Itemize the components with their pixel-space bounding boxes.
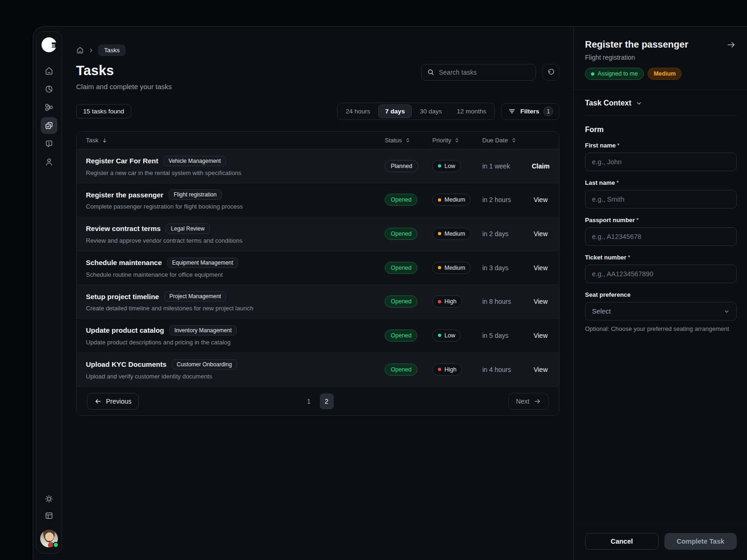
column-header-due-date[interactable]: Due Date (482, 137, 532, 144)
task-context-toggle[interactable]: Task Context (574, 90, 747, 115)
form-field: Last name* (585, 179, 737, 209)
page-2[interactable]: 2 (320, 393, 334, 409)
previous-page-button[interactable]: Previous (87, 393, 139, 410)
sort-updown-icon (405, 137, 411, 143)
priority-dot (438, 232, 441, 235)
priority-badge: Medium (432, 262, 471, 274)
breadcrumb-current[interactable]: Tasks (98, 44, 126, 56)
pagination: Previous 12 Next (77, 386, 559, 415)
form-heading: Form (585, 126, 737, 134)
sidebar-item-analytics[interactable] (41, 81, 57, 98)
open-task-button[interactable] (726, 39, 737, 50)
due-date: in 5 days (482, 332, 532, 339)
page-1[interactable]: 1 (302, 393, 316, 409)
table-row[interactable]: Schedule maintenance Equipment Managemen… (77, 251, 559, 285)
field-label: Last name* (585, 179, 737, 186)
priority-badge: Medium (432, 194, 471, 206)
table-row[interactable]: Upload KYC Documents Customer Onboarding… (77, 353, 559, 387)
priority-dot (438, 198, 441, 202)
sidebar-item-feedback[interactable] (41, 135, 57, 152)
table-row[interactable]: Register the passenger Flight registrati… (77, 183, 559, 217)
layout-panel-icon (44, 511, 54, 520)
status-badge: Opened (385, 262, 417, 274)
row-action-button[interactable]: View (534, 366, 548, 373)
row-action-button[interactable]: View (534, 298, 548, 305)
task-context-title: Task Context (585, 99, 631, 107)
home-icon (44, 66, 54, 76)
sidebar (36, 31, 62, 553)
search-box[interactable] (421, 64, 536, 81)
seat-preference-select[interactable]: Select (585, 302, 737, 321)
required-asterisk: * (628, 254, 630, 261)
last-name-field[interactable] (585, 190, 737, 209)
time-range-7-days[interactable]: 7 days (378, 105, 412, 118)
sidebar-item-home[interactable] (41, 63, 57, 79)
task-description: Create detailed timeline and milestones … (86, 305, 385, 312)
home-icon[interactable] (76, 46, 84, 54)
task-description: Schedule routine maintenance for office … (86, 271, 385, 278)
filters-label: Filters (520, 108, 539, 115)
ticket-number-field[interactable] (585, 265, 737, 283)
complete-task-button[interactable]: Complete Task (664, 533, 737, 550)
task-category-tag: Customer Onboarding (172, 359, 237, 370)
sidebar-item-tasks[interactable] (41, 117, 57, 134)
table-row[interactable]: Review contract terms Legal Review Revie… (77, 217, 559, 251)
passport-number-field[interactable] (585, 227, 737, 246)
task-title: Review contract terms (86, 224, 161, 232)
sort-down-icon (101, 137, 108, 144)
time-range-24-hours[interactable]: 24 hours (339, 105, 378, 118)
status-badge: Opened (385, 329, 417, 342)
table-row[interactable]: Setup project timeline Project Managemen… (77, 285, 559, 319)
task-description: Update product descriptions and pricing … (86, 339, 385, 346)
task-title: Schedule maintenance (86, 259, 162, 266)
arrow-left-icon (94, 398, 102, 405)
refresh-icon (547, 68, 555, 77)
first-name-field[interactable] (585, 153, 737, 171)
assigned-badge: Assigned to me (585, 68, 644, 80)
row-action-button[interactable]: View (534, 264, 548, 272)
refresh-button[interactable] (543, 64, 559, 81)
main-content: Tasks Tasks Claim and complete your task… (62, 27, 573, 560)
row-action-button[interactable]: View (534, 230, 548, 238)
time-range-30-days[interactable]: 30 days (413, 105, 449, 118)
sidebar-item-settings[interactable] (41, 490, 57, 507)
app-window: Tasks Tasks Claim and complete your task… (33, 26, 747, 560)
table-row[interactable]: Update product catalog Inventory Managem… (77, 319, 559, 353)
user-avatar[interactable] (40, 530, 58, 547)
table-row[interactable]: Register Car For Rent Vehicle Management… (77, 149, 559, 183)
due-date: in 4 hours (482, 366, 532, 373)
task-description: Register a new car in the rental system … (86, 169, 385, 176)
search-input[interactable] (439, 69, 530, 76)
sidebar-nav (41, 63, 57, 170)
chevron-right-icon (88, 48, 94, 53)
column-header-priority[interactable]: Priority (432, 137, 482, 144)
row-action-button[interactable]: View (534, 196, 548, 203)
row-action-button[interactable]: View (534, 332, 548, 339)
panel-subtitle: Flight registration (585, 54, 737, 61)
cancel-button[interactable]: Cancel (585, 533, 659, 550)
sidebar-item-workflow[interactable] (41, 99, 57, 116)
status-badge: Planned (385, 160, 418, 172)
task-category-tag: Vehicle Management (163, 156, 226, 166)
required-asterisk: * (616, 179, 619, 186)
arrow-right-icon (534, 398, 541, 405)
sort-updown-icon (511, 137, 517, 143)
column-header-task[interactable]: Task (86, 137, 385, 144)
task-title: Update product catalog (86, 326, 164, 334)
app-logo[interactable] (42, 37, 56, 52)
task-category-tag: Project Management (164, 291, 226, 301)
sidebar-item-layout[interactable] (41, 507, 57, 524)
task-description: Review and approve vendor contract terms… (86, 237, 385, 244)
field-label: First name* (585, 142, 737, 149)
priority-dot (438, 368, 441, 371)
time-range-12-months[interactable]: 12 months (450, 105, 493, 118)
filters-button[interactable]: Filters 1 (501, 103, 559, 120)
next-page-button[interactable]: Next (508, 393, 549, 410)
status-badge: Opened (385, 194, 417, 206)
task-category-tag: Flight registration (169, 189, 222, 200)
priority-dot (438, 300, 441, 303)
sidebar-item-users[interactable] (41, 154, 57, 170)
column-header-status[interactable]: Status (385, 137, 432, 144)
row-action-button[interactable]: Claim (532, 162, 550, 170)
search-icon (427, 69, 435, 76)
